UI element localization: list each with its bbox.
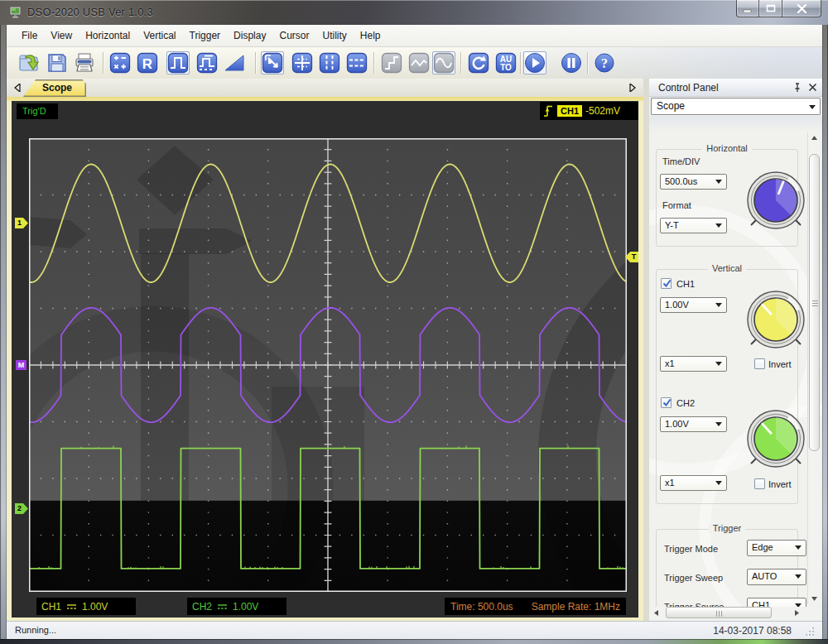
vertical-scrollbar-thumb[interactable]: [809, 154, 820, 451]
cursor-cross-icon: [291, 52, 313, 74]
run-button[interactable]: [523, 51, 546, 74]
help-icon: ?: [594, 52, 615, 74]
ramp-icon: [224, 52, 245, 74]
cursor-select-button[interactable]: [261, 51, 284, 74]
menu-help[interactable]: Help: [354, 26, 388, 45]
menu-file[interactable]: File: [15, 26, 44, 45]
vertical-scrollbar[interactable]: [807, 132, 820, 604]
scroll-left-icon[interactable]: [651, 608, 662, 618]
ch1-invert-checkbox[interactable]: [754, 358, 765, 369]
timebase-readout: Time: 500.0us Sample Rate: 1MHz: [445, 598, 626, 615]
pulse-capture-button[interactable]: [166, 51, 190, 74]
menu-view[interactable]: View: [44, 26, 79, 45]
ch1-position-knob[interactable]: [745, 289, 806, 350]
close-button[interactable]: [782, 0, 821, 17]
svg-text:?: ?: [601, 56, 608, 70]
reference-button[interactable]: R: [136, 51, 159, 74]
scope-plot-svg: [29, 138, 627, 592]
ch2-probe-dropdown[interactable]: x1: [660, 475, 727, 491]
menu-utility[interactable]: Utility: [315, 26, 353, 45]
ch1-probe-dropdown[interactable]: x1: [660, 356, 727, 372]
maximize-button[interactable]: [759, 0, 782, 17]
horizontal-knob[interactable]: [745, 170, 806, 231]
pane-splitter[interactable]: [643, 79, 649, 621]
grip-dot: [806, 634, 807, 636]
ch1-scale-value: 1.00V: [82, 601, 108, 613]
open-button[interactable]: [18, 51, 41, 74]
ch2-probe-value: x1: [665, 478, 675, 488]
toolbar: R AU TO ?: [7, 47, 822, 79]
ch1-enable-checkbox[interactable]: [661, 278, 672, 289]
minimize-button[interactable]: [736, 0, 759, 17]
print-button[interactable]: [73, 51, 96, 74]
tab-scroll-left-icon[interactable]: [12, 82, 23, 94]
scroll-right-icon[interactable]: [792, 608, 802, 618]
ch2-enable-checkbox[interactable]: [661, 397, 672, 408]
window-border-bottom: [0, 639, 828, 644]
scroll-down-icon[interactable]: [808, 594, 821, 604]
help-button[interactable]: ?: [593, 51, 616, 74]
interp-linear-button[interactable]: [407, 51, 431, 74]
panel-selector-dropdown[interactable]: Scope: [651, 98, 821, 115]
refresh-button[interactable]: [467, 51, 490, 74]
auto-setup-button[interactable]: AU TO: [494, 51, 518, 74]
trigger-source-dropdown[interactable]: CH1: [747, 598, 806, 607]
chevron-down-icon: [809, 105, 816, 109]
scope-plot[interactable]: [29, 138, 627, 592]
toolbar-separator: [255, 52, 256, 74]
menu-display[interactable]: Display: [227, 26, 272, 45]
scroll-up-icon[interactable]: [808, 132, 821, 143]
pulse-persist-icon: [196, 52, 218, 74]
interp-step-button[interactable]: [380, 51, 403, 74]
grip-dot: [809, 631, 811, 632]
horizontal-scrollbar[interactable]: [651, 607, 819, 619]
status-text: Running...: [15, 625, 56, 635]
cursor-horizontal-button[interactable]: [345, 51, 368, 74]
panel-close-icon[interactable]: [807, 82, 818, 93]
menu-horizontal[interactable]: Horizontal: [79, 26, 137, 45]
menu-trigger[interactable]: Trigger: [183, 26, 228, 45]
toolbar-separator: [460, 52, 461, 74]
grip-line: [812, 300, 818, 301]
app-icon: [9, 6, 22, 19]
horizontal-scrollbar-thumb[interactable]: [666, 607, 772, 618]
pin-icon[interactable]: [792, 82, 802, 93]
tab-scope[interactable]: Scope: [23, 79, 86, 97]
rising-edge-icon: [543, 104, 554, 118]
ramp-button[interactable]: [223, 51, 246, 74]
pulse-persist-button[interactable]: [195, 51, 219, 74]
ch1-scale-dropdown[interactable]: 1.00V: [660, 297, 727, 313]
cursor-select-icon: [262, 52, 283, 74]
menu-cursor[interactable]: Cursor: [272, 26, 315, 45]
toolbar-separator: [373, 52, 374, 74]
cursor-vertical-button[interactable]: [318, 51, 341, 74]
cursor-cross-button[interactable]: [291, 51, 314, 74]
ch2-position-knob[interactable]: [745, 408, 806, 469]
ch2-position-marker[interactable]: 2: [15, 503, 28, 514]
ch2-scale-readout: CH2 1.00V: [187, 598, 286, 615]
knob-icon: [745, 408, 806, 469]
time-div-dropdown[interactable]: 500.0us: [660, 174, 727, 190]
group-trigger-label-text: Trigger: [709, 523, 745, 533]
math-position-marker[interactable]: M: [16, 360, 26, 370]
ch2-invert-checkbox[interactable]: [754, 478, 765, 489]
pause-button[interactable]: [560, 51, 583, 74]
resize-grip[interactable]: [806, 627, 814, 636]
trigger-level-marker[interactable]: T: [625, 252, 638, 262]
format-dropdown[interactable]: Y-T: [660, 218, 727, 233]
minimize-icon: [743, 5, 753, 12]
refresh-icon: [468, 52, 489, 74]
interp-sine-button[interactable]: [432, 51, 455, 74]
trigger-mode-dropdown[interactable]: Edge: [747, 540, 806, 556]
format-label: Format: [662, 200, 691, 210]
save-button[interactable]: [46, 51, 69, 74]
tab-scroll-right-icon[interactable]: [627, 82, 638, 94]
ch1-position-marker[interactable]: 1: [15, 218, 28, 228]
group-horizontal-label-text: Horizontal: [702, 143, 752, 153]
ch2-scale-dropdown[interactable]: 1.00V: [660, 416, 727, 432]
trigger-sweep-dropdown[interactable]: AUTO: [747, 569, 806, 585]
math-button[interactable]: [108, 51, 132, 74]
time-div-label: Time/DIV: [662, 156, 700, 166]
menu-vertical[interactable]: Vertical: [137, 26, 182, 45]
grip-dot: [812, 634, 814, 636]
